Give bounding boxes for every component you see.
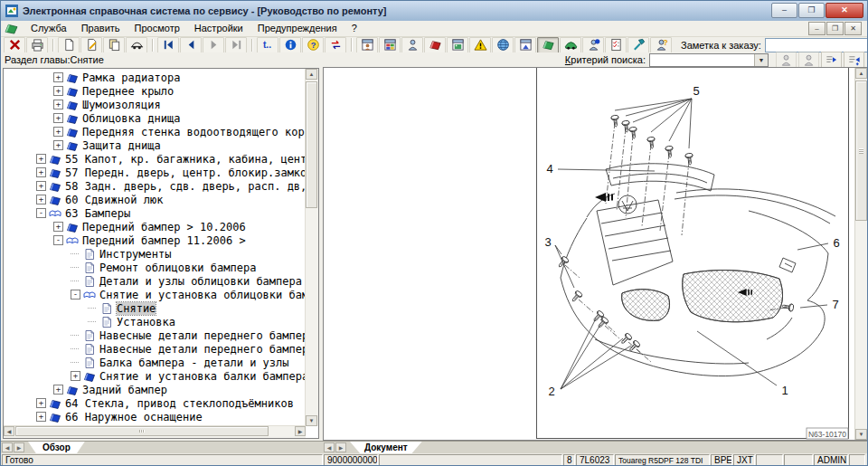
- body-info-button[interactable]: [447, 37, 468, 53]
- tree-expand-toggle[interactable]: +: [36, 154, 46, 164]
- tree-item-label[interactable]: Снятие и установка облицовки бампе: [99, 289, 306, 301]
- help-button[interactable]: ?: [302, 37, 324, 53]
- tree-item-label[interactable]: 64 Стекла, привод стеклоподъёмников: [65, 397, 294, 410]
- tree-expand-toggle[interactable]: +: [53, 140, 63, 150]
- tree-item-label[interactable]: Снятие и установка балки бампера: [99, 370, 306, 383]
- nav-last-button[interactable]: [225, 37, 247, 53]
- tree-item-label[interactable]: Переднее крыло: [82, 85, 174, 98]
- tab-scroll-left[interactable]: ◀: [2, 442, 13, 452]
- edit-document-button[interactable]: [80, 37, 102, 53]
- tree-expand-toggle[interactable]: -: [36, 208, 46, 218]
- tree-item-label[interactable]: Балка бампера - детали и узлы: [99, 357, 289, 369]
- close-button[interactable]: ✕: [826, 3, 863, 18]
- menu-item-3[interactable]: Настройки: [187, 21, 250, 36]
- scrollbar-thumb[interactable]: [306, 81, 317, 208]
- tree-expand-toggle[interactable]: +: [53, 113, 63, 123]
- search-person-fwd-button[interactable]: [798, 52, 819, 68]
- copy-document-button[interactable]: [103, 37, 125, 53]
- tab-scroll-left[interactable]: ◀: [324, 442, 335, 452]
- search-person-back-button[interactable]: [776, 52, 797, 68]
- paint-button[interactable]: [514, 37, 536, 53]
- flat-rate-units-button[interactable]: [379, 37, 401, 53]
- tree-item-label[interactable]: Задний бампер: [82, 384, 167, 396]
- tab-overview[interactable]: Обзор: [28, 442, 85, 453]
- tree-expand-toggle[interactable]: +: [53, 72, 63, 82]
- scroll-up-arrow[interactable]: ▲: [855, 68, 867, 79]
- exit-button[interactable]: [4, 37, 25, 53]
- new-document-button[interactable]: [58, 37, 80, 53]
- scroll-right-arrow[interactable]: ▶: [295, 426, 306, 436]
- market-button[interactable]: [492, 37, 514, 53]
- tab-scroll-right[interactable]: ▶: [335, 442, 346, 452]
- info-button[interactable]: [279, 37, 301, 53]
- tree-item-label-selected[interactable]: Снятие: [117, 302, 156, 315]
- nav-first-button[interactable]: [157, 37, 179, 53]
- document-vertical-scrollbar[interactable]: ▲ ▼: [854, 68, 868, 440]
- menu-item-5[interactable]: ?: [344, 21, 364, 36]
- order-note-input[interactable]: [765, 38, 868, 52]
- literature-button[interactable]: [424, 37, 446, 53]
- tree-item-label[interactable]: Ремонт облицовки бампера: [99, 262, 256, 274]
- tree-expand-toggle[interactable]: +: [36, 167, 46, 177]
- workshop-tools-button[interactable]: [627, 37, 649, 53]
- tree-expand-toggle[interactable]: +: [53, 86, 63, 96]
- tree-horizontal-scrollbar[interactable]: ◀ ▶: [4, 425, 306, 438]
- dealer-button[interactable]: [356, 37, 378, 53]
- tree-expand-toggle[interactable]: +: [53, 222, 63, 232]
- tree-expand-toggle[interactable]: +: [53, 385, 63, 395]
- minimize-button[interactable]: –: [771, 3, 797, 18]
- tree-item-label[interactable]: Навесные детали переднего бампера: [99, 343, 306, 356]
- customer-button[interactable]: [401, 37, 423, 53]
- search-criteria-combobox[interactable]: ▼: [649, 53, 769, 67]
- maximize-button[interactable]: ❐: [798, 3, 825, 18]
- mdi-close-button[interactable]: ✕: [844, 22, 862, 35]
- assistant-button[interactable]: [582, 37, 604, 53]
- tree-item-label[interactable]: 58 Задн. дверь, сдв. дверь, расп. дв,: [65, 180, 306, 193]
- tree-expand-toggle[interactable]: +: [36, 412, 46, 422]
- scrollbar-thumb[interactable]: [855, 81, 867, 221]
- mdi-minimize-button[interactable]: –: [808, 22, 826, 35]
- menu-item-2[interactable]: Просмотр: [127, 21, 187, 36]
- refresh-button[interactable]: [325, 37, 346, 53]
- menu-item-0[interactable]: Служба: [24, 21, 74, 36]
- tree-item-label[interactable]: Навесные детали переднего бампера: [99, 329, 306, 342]
- text-search-button[interactable]: t..: [257, 37, 278, 53]
- vehicle-button[interactable]: [126, 37, 147, 53]
- tree-item-label[interactable]: Детали и узлы облицовки бампера: [99, 275, 302, 288]
- menu-item-4[interactable]: Предупреждения: [250, 21, 344, 36]
- warnings-button[interactable]: [469, 37, 491, 53]
- tree-expand-toggle[interactable]: +: [36, 398, 46, 408]
- vehicle-data-button[interactable]: [560, 37, 581, 53]
- tree-expand-toggle[interactable]: +: [36, 181, 46, 191]
- tree-vertical-scrollbar[interactable]: ▲ ▼: [305, 69, 318, 426]
- tree-item-label[interactable]: Облицовка днища: [82, 112, 180, 125]
- mdi-restore-button[interactable]: ❐: [826, 22, 844, 35]
- print-button[interactable]: [26, 37, 48, 53]
- repair-manual-button[interactable]: [537, 37, 559, 53]
- tree-expand-toggle[interactable]: +: [71, 371, 80, 381]
- tree-item-label[interactable]: Защита днища: [82, 139, 161, 152]
- nav-prev-button[interactable]: [180, 37, 202, 53]
- tab-scroll-right[interactable]: ▶: [14, 442, 24, 452]
- tree-expand-toggle[interactable]: +: [53, 100, 63, 109]
- tree-item-label[interactable]: Инструменты: [99, 248, 171, 261]
- tree-item-label[interactable]: 63 Бамперы: [65, 207, 130, 220]
- scroll-up-arrow[interactable]: ▲: [306, 69, 317, 80]
- scroll-down-arrow[interactable]: ▼: [855, 429, 867, 440]
- scroll-down-arrow[interactable]: ▼: [306, 415, 317, 426]
- hit-prev-button[interactable]: [821, 52, 842, 68]
- menu-item-1[interactable]: Править: [74, 21, 127, 36]
- tree-expand-toggle[interactable]: -: [71, 290, 80, 300]
- tree-item-label[interactable]: 60 Сдвижной люк: [65, 194, 163, 206]
- tree-item-label[interactable]: Установка: [117, 316, 175, 328]
- tree-item-label[interactable]: 55 Капот, кр. багажника, кабина, центр: [65, 153, 306, 166]
- tree-item-label[interactable]: Передний бампер > 10.2006: [82, 221, 246, 233]
- chevron-down-icon[interactable]: ▼: [754, 54, 768, 66]
- tree-expand-toggle[interactable]: +: [36, 195, 46, 204]
- tree-item-label[interactable]: Рамка радиатора: [82, 71, 180, 84]
- tree-expand-toggle[interactable]: +: [53, 127, 63, 137]
- hit-next-button[interactable]: [844, 52, 864, 68]
- tree-item-label[interactable]: 57 Передн. дверь, центр. блокир.замков: [65, 166, 306, 179]
- tree-expand-toggle[interactable]: -: [53, 235, 63, 245]
- tab-document[interactable]: Документ: [350, 442, 422, 453]
